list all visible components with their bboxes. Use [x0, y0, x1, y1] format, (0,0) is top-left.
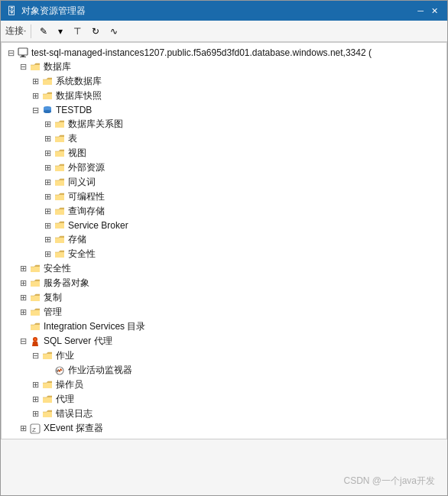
connect-label[interactable]: 连接· — [5, 24, 26, 37]
main-window: 🗄 对象资源管理器 ─ ✕ 连接· ✎ ▾ ⊤ ↻ ∿ ⊟test-sql-ma… — [0, 0, 448, 496]
tree-item-db-diagram[interactable]: ⊞数据库关系图 — [2, 117, 446, 131]
expander-service-broker[interactable]: ⊞ — [41, 219, 54, 232]
icon-management — [29, 306, 41, 319]
pin-button[interactable]: ─ — [414, 6, 427, 16]
expander-server-objects[interactable]: ⊞ — [17, 277, 29, 290]
svg-rect-0 — [18, 48, 28, 55]
tree-item-databases[interactable]: ⊟数据库 — [2, 60, 446, 74]
expander-system-databases[interactable]: ⊞ — [29, 76, 41, 88]
icon-operators — [41, 379, 54, 391]
tree-item-query-store[interactable]: ⊞查询存储 — [2, 204, 446, 219]
label-external-resources: 外部资源 — [68, 161, 105, 174]
expander-testdb[interactable]: ⊟ — [29, 104, 41, 116]
tree-item-external-resources[interactable]: ⊞外部资源 — [2, 160, 446, 175]
tree-item-operators[interactable]: ⊞操作员 — [2, 378, 446, 392]
label-service-broker: Service Broker — [68, 220, 128, 231]
tree-item-job-activity-monitor[interactable]: 作业活动监视器 — [2, 363, 446, 378]
filter-button[interactable]: ▾ — [54, 24, 67, 39]
expander-replication[interactable]: ⊞ — [17, 292, 29, 304]
expander-error-logs[interactable]: ⊞ — [29, 408, 41, 420]
expander-integration-services[interactable] — [17, 321, 29, 333]
label-security-db: 安全性 — [68, 248, 96, 261]
filter2-button[interactable]: ⊤ — [70, 24, 85, 39]
unpin-button[interactable]: ✕ — [428, 6, 441, 16]
expander-root-server[interactable]: ⊟ — [5, 47, 17, 59]
tree-item-security[interactable]: ⊞安全性 — [2, 261, 446, 276]
icon-testdb — [41, 104, 54, 116]
expander-db-diagram[interactable]: ⊞ — [41, 118, 54, 131]
svg-point-5 — [44, 110, 51, 113]
expander-xevent[interactable]: ⊞ — [17, 423, 29, 435]
label-server-objects: 服务器对象 — [44, 277, 89, 290]
expander-tables[interactable]: ⊞ — [41, 133, 54, 145]
expander-operators[interactable]: ⊞ — [29, 379, 41, 391]
tree-item-proxies[interactable]: ⊞代理 — [2, 392, 446, 407]
icon-databases — [29, 61, 41, 73]
expander-sql-agent[interactable]: ⊟ — [17, 336, 29, 348]
expander-query-store[interactable]: ⊞ — [41, 206, 54, 218]
icon-security — [29, 263, 41, 275]
new-query-button[interactable]: ✎ — [36, 24, 51, 39]
tree-item-views[interactable]: ⊞视图 — [2, 146, 446, 160]
tree-item-programmability[interactable]: ⊞可编程性 — [2, 190, 446, 204]
icon-db-diagram — [54, 118, 66, 131]
tree-item-xevent[interactable]: ⊞ZXEvent 探查器 — [2, 421, 446, 436]
expander-security[interactable]: ⊞ — [17, 263, 29, 275]
activity-button[interactable]: ∿ — [106, 24, 122, 39]
expander-job-activity-monitor[interactable] — [41, 365, 54, 377]
icon-service-broker — [54, 219, 66, 232]
tree-item-testdb[interactable]: ⊟TESTDB — [2, 103, 446, 117]
tree-item-tables[interactable]: ⊞表 — [2, 131, 446, 146]
expander-security-db[interactable]: ⊞ — [41, 248, 54, 261]
tree-item-integration-services[interactable]: Integration Services 目录 — [2, 319, 446, 334]
icon-storage — [54, 234, 66, 246]
tree-item-storage[interactable]: ⊞存储 — [2, 232, 446, 247]
tree-item-server-objects[interactable]: ⊞服务器对象 — [2, 276, 446, 290]
icon-integration-services — [29, 321, 41, 333]
tree-item-service-broker[interactable]: ⊞Service Broker — [2, 219, 446, 232]
refresh-button[interactable]: ↻ — [88, 24, 103, 39]
icon-replication — [29, 292, 41, 304]
tree-item-error-logs[interactable]: ⊞错误日志 — [2, 407, 446, 421]
expander-jobs[interactable]: ⊟ — [29, 350, 41, 362]
svg-point-9 — [34, 338, 37, 340]
icon-db-snapshot — [41, 90, 54, 102]
tree-item-db-snapshot[interactable]: ⊞数据库快照 — [2, 89, 446, 103]
icon-proxies — [41, 394, 54, 406]
label-security: 安全性 — [44, 262, 71, 275]
expander-synonyms[interactable]: ⊞ — [41, 177, 54, 189]
expander-db-snapshot[interactable]: ⊞ — [29, 90, 41, 102]
svg-text:Z: Z — [32, 426, 36, 433]
filter-icon: ▾ — [58, 26, 63, 37]
title-bar: 🗄 对象资源管理器 ─ ✕ — [1, 1, 447, 21]
svg-rect-6 — [44, 108, 51, 109]
tree-item-synonyms[interactable]: ⊞同义词 — [2, 175, 446, 190]
watermark: CSDN @一个java开发 — [343, 475, 435, 488]
tree-item-security-db[interactable]: ⊞安全性 — [2, 247, 446, 261]
label-synonyms: 同义词 — [68, 176, 96, 189]
icon-synonyms — [54, 177, 66, 189]
expander-programmability[interactable]: ⊞ — [41, 191, 54, 203]
label-root-server: test-sql-managed-instances1207.public.f5… — [31, 47, 372, 58]
tree-item-sql-agent[interactable]: ⊟SQL Server 代理 — [2, 334, 446, 348]
expander-views[interactable]: ⊞ — [41, 148, 54, 160]
expander-proxies[interactable]: ⊞ — [29, 394, 41, 406]
tree-item-root-server[interactable]: ⊟test-sql-managed-instances1207.public.f… — [2, 46, 446, 60]
label-storage: 存储 — [68, 233, 86, 246]
expander-management[interactable]: ⊞ — [17, 306, 29, 319]
svg-point-11 — [57, 369, 59, 371]
icon-root-server — [17, 47, 29, 59]
tree-item-management[interactable]: ⊞管理 — [2, 305, 446, 319]
tree-container[interactable]: ⊟test-sql-managed-instances1207.public.f… — [1, 42, 447, 439]
expander-external-resources[interactable]: ⊞ — [41, 162, 54, 174]
tree-item-replication[interactable]: ⊞复制 — [2, 290, 446, 305]
window-title: 对象资源管理器 — [21, 5, 86, 18]
icon-tables — [54, 133, 66, 145]
label-operators: 操作员 — [56, 378, 83, 391]
tree-item-jobs[interactable]: ⊟作业 — [2, 348, 446, 363]
expander-storage[interactable]: ⊞ — [41, 234, 54, 246]
tree-item-system-databases[interactable]: ⊞系统数据库 — [2, 74, 446, 89]
expander-databases[interactable]: ⊟ — [17, 61, 29, 73]
icon-xevent: Z — [29, 423, 41, 435]
label-db-diagram: 数据库关系图 — [68, 118, 123, 131]
